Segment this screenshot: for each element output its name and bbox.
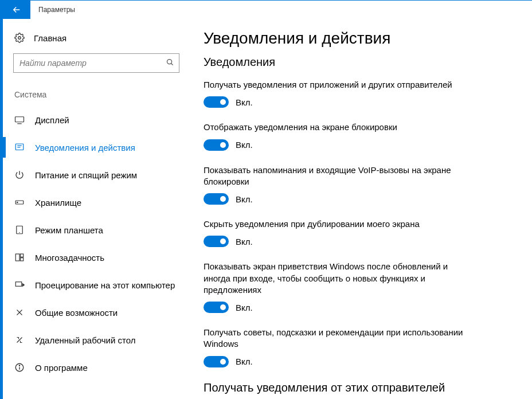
tablet-icon (14, 225, 25, 235)
footer-title: Получать уведомления от этих отправителе… (204, 381, 509, 394)
sidebar-item-tablet[interactable]: Режим планшета (13, 216, 186, 244)
toggle-switch[interactable] (204, 236, 229, 247)
toggle-switch[interactable] (204, 96, 229, 108)
sidebar-item-remote[interactable]: Удаленный рабочий стол (13, 326, 186, 354)
setting-item: Получать советы, подсказки и рекомендаци… (204, 327, 467, 367)
sidebar-item-label: Проецирование на этот компьютер (35, 280, 175, 290)
svg-line-2 (171, 64, 173, 65)
back-button[interactable] (3, 1, 30, 19)
sidebar-item-display[interactable]: Дисплей (13, 106, 186, 134)
sidebar-item-label: Уведомления и действия (35, 143, 135, 152)
sidebar: Главная Система Дисплей Уведомления и де… (3, 19, 186, 399)
svg-rect-14 (21, 258, 24, 261)
sidebar-item-label: Общие возможности (35, 308, 118, 318)
svg-rect-12 (15, 254, 19, 261)
sidebar-item-label: О программе (35, 363, 88, 373)
toggle-switch[interactable] (204, 302, 229, 313)
setting-label: Получать советы, подсказки и рекомендаци… (204, 327, 467, 350)
sidebar-item-multitask[interactable]: Многозадачность (13, 244, 186, 271)
setting-item: Показывать экран приветствия Windows пос… (204, 261, 467, 313)
search-box[interactable] (13, 53, 179, 73)
toggle-state: Вкл. (236, 357, 253, 366)
setting-label: Показывать экран приветствия Windows пос… (204, 261, 467, 296)
svg-point-0 (18, 37, 21, 40)
setting-item: Скрыть уведомления при дублировании моег… (204, 218, 467, 247)
titlebar: Параметры (3, 1, 532, 19)
page-title: Уведомления и действия (204, 29, 509, 48)
svg-rect-15 (15, 282, 22, 287)
main-panel: Уведомления и действия Уведомления Получ… (186, 19, 532, 399)
sub-title: Уведомления (204, 56, 509, 69)
setting-label: Показывать напоминания и входящие VoIP-в… (204, 165, 467, 188)
sidebar-item-label: Удаленный рабочий стол (35, 335, 135, 345)
setting-item: Отображать уведомления на экране блокиро… (204, 122, 467, 150)
sidebar-item-label: Дисплей (35, 115, 69, 125)
search-icon (166, 58, 174, 68)
setting-label: Получать уведомления от приложений и дру… (204, 79, 467, 91)
storage-icon (14, 197, 25, 208)
setting-label: Отображать уведомления на экране блокиро… (204, 122, 467, 133)
arrow-left-icon (11, 5, 22, 15)
toggle-state: Вкл. (236, 194, 253, 204)
sidebar-item-label: Питание и спящий режим (35, 170, 137, 180)
power-icon (14, 170, 25, 180)
svg-rect-5 (15, 144, 24, 150)
svg-point-1 (167, 60, 172, 64)
sidebar-item-shared[interactable]: Общие возможности (13, 299, 186, 326)
toggle-switch[interactable] (204, 356, 229, 367)
sidebar-section-title: Система (13, 90, 186, 99)
sidebar-item-label: Режим планшета (35, 225, 103, 235)
sidebar-item-about[interactable]: О программе (13, 354, 186, 381)
setting-item: Получать уведомления от приложений и дру… (204, 79, 467, 108)
sidebar-item-label: Многозадачность (35, 253, 104, 263)
sidebar-item-label: Хранилище (35, 198, 81, 208)
remote-icon (14, 335, 25, 345)
svg-point-18 (19, 365, 19, 366)
gear-icon (14, 33, 25, 43)
sidebar-home[interactable]: Главная (13, 29, 186, 53)
info-icon (14, 362, 25, 373)
toggle-state: Вкл. (236, 97, 253, 107)
sidebar-item-power[interactable]: Питание и спящий режим (13, 161, 186, 189)
window-title: Параметры (30, 1, 75, 19)
setting-item: Показывать напоминания и входящие VoIP-в… (204, 165, 467, 205)
svg-point-9 (17, 202, 18, 203)
sidebar-home-label: Главная (34, 33, 66, 43)
monitor-icon (14, 115, 25, 125)
search-input[interactable] (19, 58, 166, 68)
notification-icon (14, 142, 25, 152)
project-icon (14, 280, 25, 290)
toggle-switch[interactable] (204, 139, 229, 151)
setting-label: Скрыть уведомления при дублировании моег… (204, 218, 467, 230)
toggle-state: Вкл. (236, 140, 253, 150)
toggle-state: Вкл. (236, 237, 253, 247)
multitask-icon (14, 252, 25, 263)
toggle-state: Вкл. (236, 303, 253, 312)
sidebar-item-storage[interactable]: Хранилище (13, 189, 186, 216)
sidebar-item-projecting[interactable]: Проецирование на этот компьютер (13, 271, 186, 299)
sidebar-item-notifications[interactable]: Уведомления и действия (13, 134, 186, 161)
svg-rect-13 (21, 254, 24, 257)
toggle-switch[interactable] (204, 193, 229, 205)
svg-rect-3 (15, 117, 24, 122)
shared-icon (14, 307, 25, 318)
